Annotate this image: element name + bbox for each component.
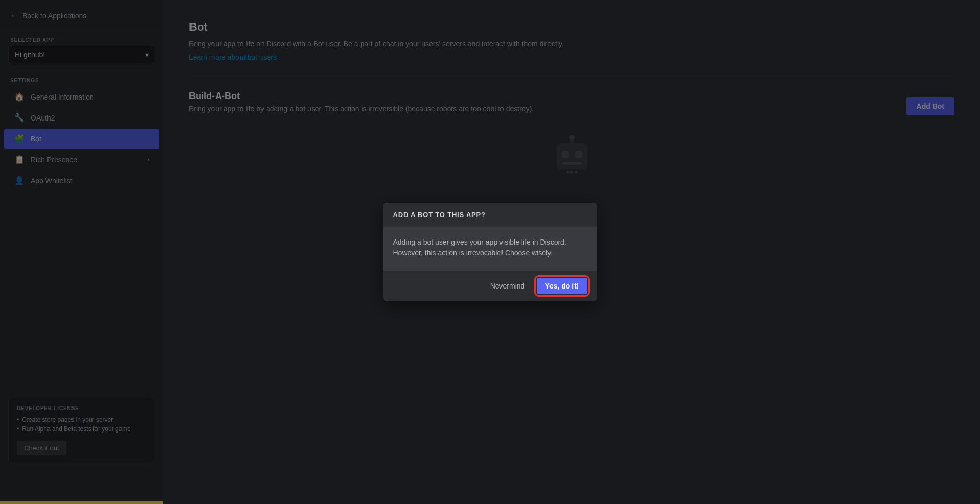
modal-header: ADD A BOT TO THIS APP? <box>383 203 597 227</box>
modal-title: ADD A BOT TO THIS APP? <box>393 211 587 219</box>
yes-do-it-button[interactable]: Yes, do it! <box>537 278 587 294</box>
modal-body: Adding a bot user gives your app visible… <box>383 227 597 271</box>
nevermind-button[interactable]: Nevermind <box>484 278 531 294</box>
modal-backdrop: ADD A BOT TO THIS APP? Adding a bot user… <box>0 0 980 504</box>
modal-footer: Nevermind Yes, do it! <box>383 271 597 301</box>
confirmation-modal: ADD A BOT TO THIS APP? Adding a bot user… <box>383 203 597 301</box>
